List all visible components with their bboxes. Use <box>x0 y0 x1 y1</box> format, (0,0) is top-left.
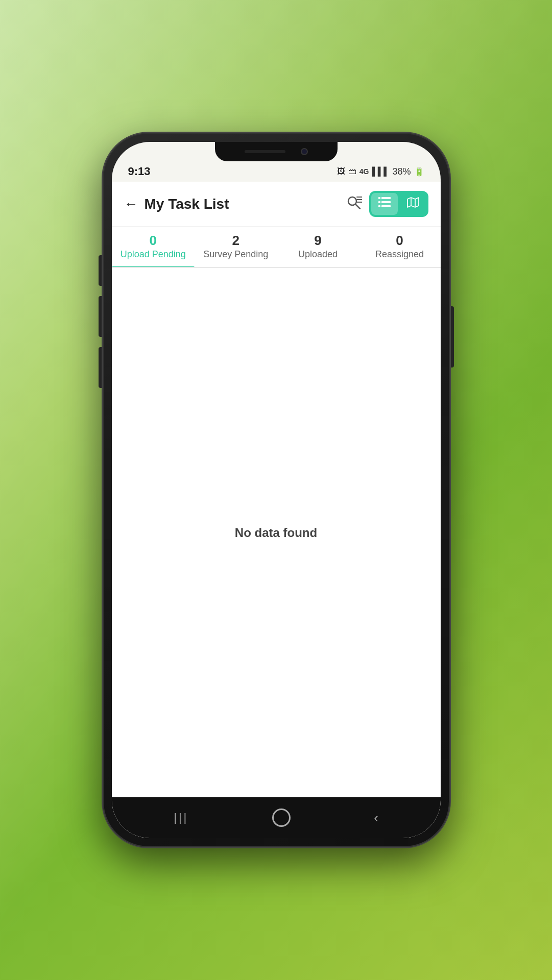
tab-uploaded[interactable]: 9 Uploaded <box>277 227 359 267</box>
svg-rect-8 <box>381 201 391 203</box>
nav-home-button[interactable] <box>272 808 291 827</box>
volume-mute-button <box>99 255 103 286</box>
uploaded-label: Uploaded <box>298 249 338 260</box>
phone-frame: 9:13 🖼 🗃 4G ▌▌▌ 38% 🔋 ← My Task List <box>103 133 450 847</box>
app-header: ← My Task List <box>112 182 441 227</box>
page-title: My Task List <box>145 196 229 212</box>
upload-pending-count: 0 <box>150 234 157 247</box>
tab-survey-pending[interactable]: 2 Survey Pending <box>195 227 277 267</box>
survey-pending-count: 2 <box>232 234 239 247</box>
svg-rect-5 <box>378 197 380 199</box>
survey-pending-label: Survey Pending <box>203 249 268 260</box>
back-button[interactable]: ← <box>124 196 138 212</box>
tab-upload-pending[interactable]: 0 Upload Pending <box>112 227 195 267</box>
battery-level: 38% <box>392 166 411 177</box>
upload-pending-label: Upload Pending <box>121 249 186 260</box>
svg-rect-6 <box>381 197 391 199</box>
list-view-button[interactable] <box>371 193 398 215</box>
empty-state-message: No data found <box>235 526 317 540</box>
photo-icon: 🖼 <box>337 167 345 176</box>
phone-screen: 9:13 🖼 🗃 4G ▌▌▌ 38% 🔋 ← My Task List <box>112 142 441 838</box>
svg-line-1 <box>355 204 360 209</box>
view-toggle-group <box>369 191 428 217</box>
status-bar: 9:13 🖼 🗃 4G ▌▌▌ 38% 🔋 <box>112 161 441 182</box>
volume-down-button <box>99 347 103 388</box>
signal-4g-icon: 4G <box>359 167 369 176</box>
nav-recents-icon[interactable]: ||| <box>174 811 188 824</box>
tab-reassigned[interactable]: 0 Reassigned <box>359 227 441 267</box>
search-filter-button[interactable] <box>344 193 364 215</box>
svg-rect-9 <box>378 205 380 207</box>
front-camera <box>301 148 308 155</box>
reassigned-count: 0 <box>396 234 403 247</box>
status-time: 9:13 <box>128 165 151 178</box>
main-content-area: No data found <box>112 268 441 797</box>
svg-rect-7 <box>378 201 380 203</box>
reassigned-label: Reassigned <box>375 249 424 260</box>
volume-up-button <box>99 296 103 337</box>
uploaded-count: 9 <box>314 234 321 247</box>
gallery-icon: 🗃 <box>348 167 356 176</box>
notch <box>215 142 338 161</box>
app-content: ← My Task List <box>112 182 441 797</box>
map-view-button[interactable] <box>400 193 426 215</box>
signal-bars-icon: ▌▌▌ <box>372 167 389 176</box>
header-right <box>344 191 428 217</box>
power-button <box>450 306 454 368</box>
header-left: ← My Task List <box>124 196 229 212</box>
notch-bar <box>245 150 285 153</box>
tabs-container: 0 Upload Pending 2 Survey Pending 9 Uplo… <box>112 227 441 268</box>
status-icons: 🖼 🗃 4G ▌▌▌ 38% 🔋 <box>337 166 424 177</box>
nav-back-icon[interactable]: ‹ <box>374 810 378 826</box>
svg-rect-10 <box>381 205 391 207</box>
battery-icon: 🔋 <box>414 167 424 177</box>
bottom-navigation: ||| ‹ <box>112 797 441 838</box>
